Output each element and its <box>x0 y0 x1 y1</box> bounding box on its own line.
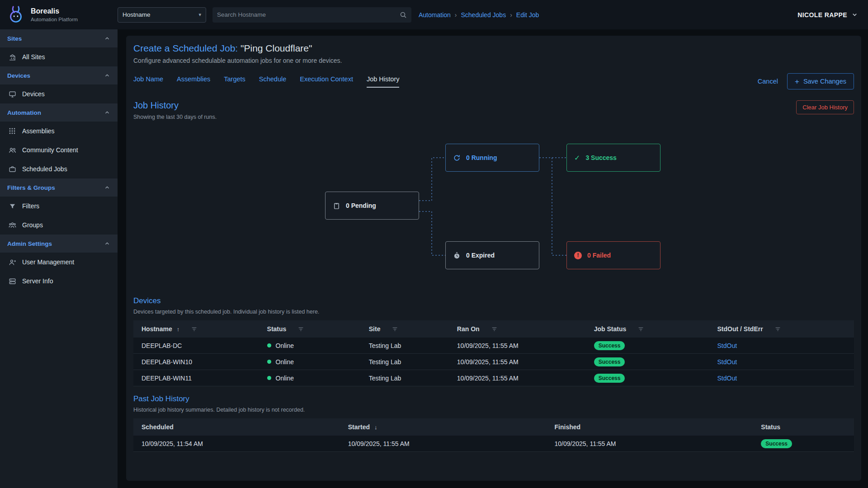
tab-execution-context[interactable]: Execution Context <box>300 75 353 88</box>
ran-on-cell: 10/09/2025, 11:55 AM <box>451 358 588 366</box>
site-cell: Testing Lab <box>363 375 451 382</box>
status-cell: Online <box>261 358 363 366</box>
success-node: ✓ 3 Success <box>566 144 660 172</box>
expired-node-label: 0 Expired <box>466 252 495 259</box>
job-history-header: Job History Showing the last 30 days of … <box>133 100 854 120</box>
save-changes-button[interactable]: + Save Changes <box>787 73 854 89</box>
job-history-heading: Job History <box>133 100 217 111</box>
sidebar-section-automation[interactable]: Automation <box>0 103 118 122</box>
column-header-status[interactable]: Status <box>755 423 852 431</box>
search-icon <box>400 11 407 19</box>
sidebar-item-filters[interactable]: Filters <box>0 197 118 216</box>
column-header-status[interactable]: Status <box>261 325 363 333</box>
tab-assemblies[interactable]: Assemblies <box>177 75 210 88</box>
filter-icon[interactable] <box>191 326 197 332</box>
stdout-link[interactable]: StdOut <box>717 375 737 382</box>
hostname-select[interactable]: Hostname ▾ <box>118 7 206 23</box>
sidebar-item-groups[interactable]: Groups <box>0 216 118 235</box>
sidebar-item-assemblies[interactable]: Assemblies <box>0 122 118 141</box>
column-header-scheduled[interactable]: Scheduled <box>135 423 342 431</box>
server-icon <box>8 277 16 285</box>
tab-targets[interactable]: Targets <box>224 75 245 88</box>
column-header-hostname[interactable]: Hostname ↑ <box>135 325 261 333</box>
sidebar-item-user-management[interactable]: User Management <box>0 253 118 272</box>
filter-icon[interactable] <box>638 326 644 332</box>
column-label: Started <box>348 423 370 431</box>
clear-job-history-button[interactable]: Clear Job History <box>796 100 854 114</box>
sidebar-item-label: Devices <box>22 90 45 98</box>
sidebar-section-label: Devices <box>7 72 30 79</box>
tab-job-history[interactable]: Job History <box>367 75 400 88</box>
past-job-history-heading: Past Job History <box>133 394 854 404</box>
column-header-started[interactable]: Started ↓ <box>342 423 548 431</box>
user-name: NICOLE RAPPE <box>797 11 847 19</box>
job-history-header-text: Job History Showing the last 30 days of … <box>133 100 217 120</box>
breadcrumb: Automation › Scheduled Jobs › Edit Job <box>419 11 539 19</box>
failed-node-label: 0 Failed <box>587 252 611 259</box>
status-badge: Success <box>594 374 625 383</box>
failed-node: ! 0 Failed <box>566 241 660 269</box>
devices-subheading: Devices targeted by this scheduled job. … <box>133 309 854 315</box>
plus-icon: + <box>795 78 799 85</box>
stdout-link[interactable]: StdOut <box>717 342 737 349</box>
online-dot-icon <box>267 343 271 347</box>
status-badge: Success <box>761 439 792 448</box>
sidebar-item-all-sites[interactable]: All Sites <box>0 47 118 66</box>
sidebar-section-filters-groups[interactable]: Filters & Groups <box>0 178 118 197</box>
column-label: Job Status <box>594 325 627 333</box>
breadcrumb-scheduled-jobs[interactable]: Scheduled Jobs <box>461 11 506 19</box>
filter-icon[interactable] <box>775 326 781 332</box>
filter-icon[interactable] <box>298 326 304 332</box>
cancel-button[interactable]: Cancel <box>758 78 778 85</box>
hostname-cell: DEEPLAB-DC <box>135 342 261 349</box>
finished-cell: 10/09/2025, 11:55 AM <box>548 440 755 447</box>
tab-job-name[interactable]: Job Name <box>133 75 163 88</box>
user-menu[interactable]: NICOLE RAPPE <box>797 11 858 19</box>
sidebar-item-label: Scheduled Jobs <box>22 165 67 173</box>
sidebar-section-devices[interactable]: Devices <box>0 66 118 84</box>
hostname-cell: DEEPLAB-WIN10 <box>135 358 261 366</box>
breadcrumb-separator: › <box>451 11 461 19</box>
column-header-ran-on[interactable]: Ran On <box>451 325 588 333</box>
hostname-cell: DEEPLAB-WIN11 <box>135 375 261 382</box>
breadcrumb-edit-job[interactable]: Edit Job <box>516 11 539 19</box>
sidebar-item-scheduled-jobs[interactable]: Scheduled Jobs <box>0 160 118 178</box>
column-header-site[interactable]: Site <box>363 325 451 333</box>
status-cell: Online <box>261 342 363 349</box>
column-label: Hostname <box>142 325 172 333</box>
stdout-link[interactable]: StdOut <box>717 358 737 366</box>
column-header-job-status[interactable]: Job Status <box>588 325 711 333</box>
tabs-row: Job Name Assemblies Targets Schedule Exe… <box>133 73 854 89</box>
column-header-stdout[interactable]: StdOut / StdErr <box>711 325 852 333</box>
tab-schedule[interactable]: Schedule <box>259 75 286 88</box>
refresh-icon <box>453 154 461 162</box>
page-subtitle: Configure advanced schedulable automatio… <box>133 57 854 64</box>
sidebar-section-sites[interactable]: Sites <box>0 29 118 47</box>
sidebar-item-devices[interactable]: Devices <box>0 84 118 103</box>
chevron-down-icon: ▾ <box>198 12 201 18</box>
filter-icon[interactable] <box>491 326 497 332</box>
users-icon <box>8 146 16 154</box>
brand-name: Borealis <box>31 7 78 15</box>
job-status-cell: Success <box>588 357 711 366</box>
sidebar-item-server-info[interactable]: Server Info <box>0 272 118 291</box>
sidebar-item-community-content[interactable]: Community Content <box>0 141 118 160</box>
sidebar-section-label: Automation <box>7 109 41 116</box>
search-box <box>212 7 411 23</box>
status-label: Online <box>276 358 294 366</box>
building-icon <box>8 53 16 61</box>
chevron-up-icon <box>104 240 110 247</box>
status-label: Online <box>276 342 294 349</box>
search-input[interactable] <box>217 11 400 18</box>
chevron-up-icon <box>104 72 110 79</box>
status-badge: Success <box>594 341 625 350</box>
breadcrumb-automation[interactable]: Automation <box>419 11 451 19</box>
page-title-job-name: "Ping Cloudflare" <box>241 43 312 53</box>
ran-on-cell: 10/09/2025, 11:55 AM <box>451 375 588 382</box>
column-header-finished[interactable]: Finished <box>548 423 755 431</box>
sidebar-section-admin-settings[interactable]: Admin Settings <box>0 235 118 253</box>
column-label: Scheduled <box>142 423 174 431</box>
devices-table-header: Hostname ↑ Status Site <box>133 320 854 338</box>
status-cell: Success <box>755 439 852 448</box>
filter-icon[interactable] <box>392 326 398 332</box>
